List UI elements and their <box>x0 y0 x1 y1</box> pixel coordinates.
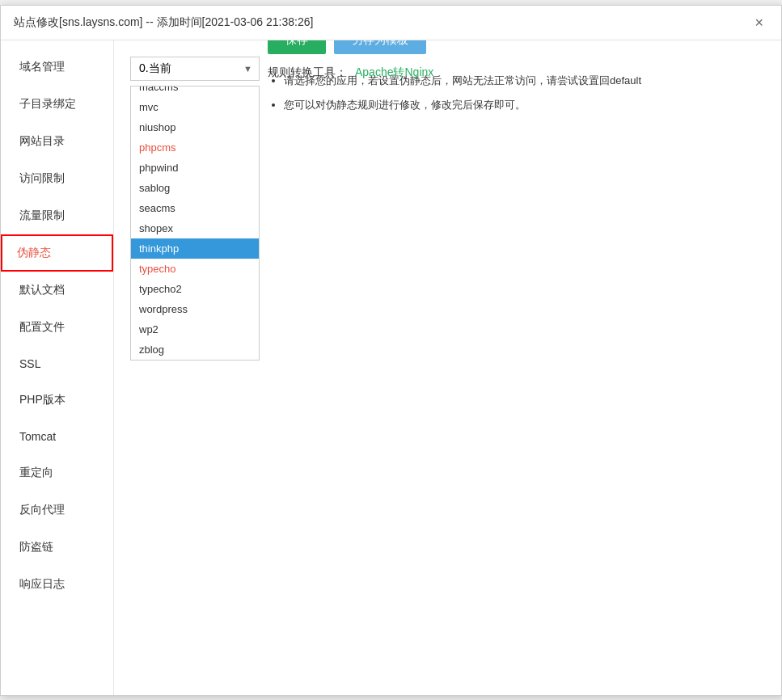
dropdown-item-sablog[interactable]: sablog <box>131 178 259 198</box>
dropdown-item-wordpress[interactable]: wordpress <box>131 299 259 319</box>
dropdown-item-phpcms[interactable]: phpcms <box>131 137 259 158</box>
sidebar-item-subdir[interactable]: 子目录绑定 <box>1 86 113 123</box>
dropdown-item-niushop[interactable]: niushop <box>131 117 259 137</box>
save-as-template-button[interactable]: 另存为模板 <box>334 40 426 54</box>
sidebar: 域名管理 子目录绑定 网站目录 访问限制 流量限制 伪静态 默认文档 配置文件 … <box>1 40 114 695</box>
sidebar-item-hotlink[interactable]: 防盗链 <box>1 529 113 566</box>
dropdown-popup: discuzx2discuzx3drupalecshopemloglaravel… <box>130 86 260 361</box>
sidebar-item-traffic[interactable]: 流量限制 <box>1 197 113 234</box>
select-wrapper: 0.当前 ▼ <box>130 57 260 81</box>
select-dropdown-arrow: ▼ <box>243 64 252 74</box>
dropdown-item-phpwind[interactable]: phpwind <box>131 158 259 178</box>
sidebar-item-access[interactable]: 访问限制 <box>1 160 113 197</box>
content-area: 域名管理 子目录绑定 网站目录 访问限制 流量限制 伪静态 默认文档 配置文件 … <box>1 40 781 695</box>
dropdown-item-shopex[interactable]: shopex <box>131 218 259 238</box>
sidebar-item-webdir[interactable]: 网站目录 <box>1 123 113 160</box>
sidebar-item-config[interactable]: 配置文件 <box>1 309 113 346</box>
select-value: 0.当前 <box>139 61 171 76</box>
sidebar-item-proxy[interactable]: 反向代理 <box>1 491 113 529</box>
button-row: 保存 另存为模板 <box>268 40 765 54</box>
dropdown-item-thinkphp[interactable]: thinkphp <box>131 238 259 259</box>
preset-dropdown-container: 0.当前 ▼ discuzx2discuzx3drupalecshopemlog… <box>130 57 260 81</box>
dropdown-item-typecho[interactable]: typecho <box>131 259 259 279</box>
window-title: 站点修改[sns.laysns.com] -- 添加时间[2021-03-06 … <box>14 15 313 30</box>
rule-link[interactable]: Apache转Nginx <box>355 65 433 80</box>
sidebar-item-pseudo[interactable]: 伪静态 <box>1 234 113 272</box>
main-window: 站点修改[sns.laysns.com] -- 添加时间[2021-03-06 … <box>0 5 782 696</box>
dropdown-item-maccms[interactable]: maccms <box>131 86 259 97</box>
dropdown-item-seacms[interactable]: seacms <box>131 198 259 218</box>
sidebar-item-log[interactable]: 响应日志 <box>1 566 113 603</box>
main-content: 0.当前 ▼ discuzx2discuzx3drupalecshopemlog… <box>114 40 781 695</box>
tip-item-2: 您可以对伪静态规则进行修改，修改完后保存即可。 <box>284 95 765 116</box>
toolbar: 0.当前 ▼ discuzx2discuzx3drupalecshopemlog… <box>130 57 765 89</box>
dropdown-item-mvc[interactable]: mvc <box>131 97 259 117</box>
close-button[interactable]: × <box>750 14 768 32</box>
preset-select-display[interactable]: 0.当前 ▼ <box>130 57 260 81</box>
dropdown-item-typecho2[interactable]: typecho2 <box>131 279 259 299</box>
sidebar-item-tomcat[interactable]: Tomcat <box>1 419 113 454</box>
title-bar: 站点修改[sns.laysns.com] -- 添加时间[2021-03-06 … <box>1 6 781 40</box>
dropdown-list: discuzx2discuzx3drupalecshopemloglaravel… <box>131 86 259 360</box>
save-button[interactable]: 保存 <box>268 40 326 54</box>
sidebar-item-domain[interactable]: 域名管理 <box>1 48 113 86</box>
dropdown-item-zblog[interactable]: zblog <box>131 339 259 360</box>
sidebar-item-default[interactable]: 默认文档 <box>1 272 113 309</box>
sidebar-item-redirect[interactable]: 重定向 <box>1 454 113 491</box>
sidebar-item-ssl[interactable]: SSL <box>1 346 113 382</box>
dropdown-item-wp2[interactable]: wp2 <box>131 319 259 339</box>
sidebar-item-php[interactable]: PHP版本 <box>1 382 113 419</box>
rule-label: 规则转换工具： <box>268 65 347 80</box>
